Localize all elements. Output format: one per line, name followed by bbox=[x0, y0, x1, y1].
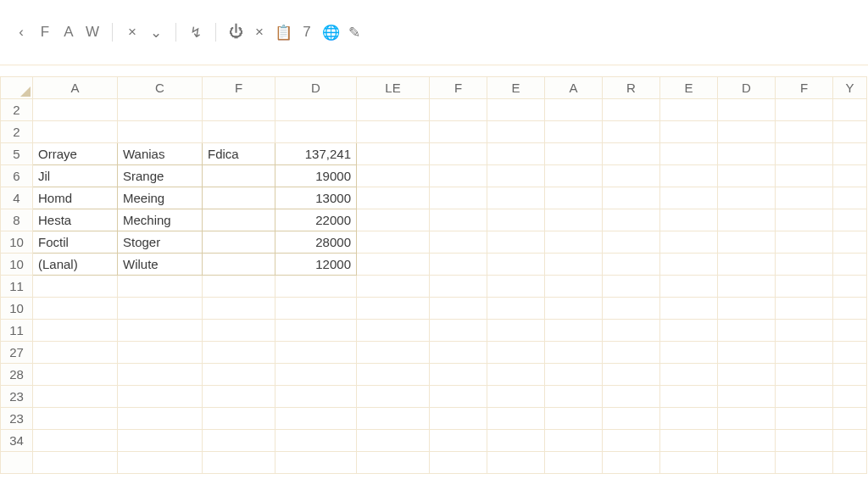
cell[interactable]: Stoger bbox=[118, 231, 203, 254]
cell[interactable] bbox=[603, 298, 660, 320]
cell[interactable] bbox=[430, 121, 487, 143]
cell[interactable] bbox=[203, 99, 275, 121]
cell[interactable] bbox=[545, 276, 603, 298]
cell[interactable] bbox=[660, 430, 718, 452]
row-header[interactable]: 11 bbox=[1, 320, 33, 342]
cell[interactable] bbox=[603, 254, 660, 276]
cell[interactable] bbox=[275, 430, 357, 452]
cell[interactable] bbox=[487, 231, 545, 254]
cell[interactable] bbox=[118, 99, 203, 121]
toolbar-btn-w[interactable]: W bbox=[83, 22, 102, 42]
cell[interactable] bbox=[833, 121, 867, 143]
cell[interactable] bbox=[118, 276, 203, 298]
cell[interactable] bbox=[833, 99, 867, 121]
cell[interactable] bbox=[833, 276, 867, 298]
cell[interactable] bbox=[430, 364, 487, 386]
cell[interactable] bbox=[603, 143, 660, 165]
cell[interactable] bbox=[545, 187, 603, 209]
cell[interactable] bbox=[430, 187, 487, 209]
cell[interactable] bbox=[833, 298, 867, 320]
cell[interactable] bbox=[718, 298, 776, 320]
cell[interactable] bbox=[545, 99, 603, 121]
cell[interactable] bbox=[603, 386, 660, 408]
cell[interactable]: 137,241 bbox=[275, 143, 357, 165]
cell[interactable] bbox=[357, 187, 430, 209]
cell[interactable] bbox=[603, 430, 660, 452]
cell[interactable] bbox=[776, 320, 833, 342]
row-header[interactable]: 27 bbox=[1, 342, 33, 364]
cell[interactable] bbox=[833, 320, 867, 342]
column-header[interactable]: D bbox=[275, 77, 357, 99]
cell[interactable] bbox=[718, 99, 776, 121]
cell[interactable] bbox=[487, 342, 545, 364]
cell[interactable] bbox=[430, 386, 487, 408]
cell[interactable] bbox=[603, 209, 660, 231]
cell[interactable] bbox=[718, 276, 776, 298]
cell[interactable] bbox=[545, 452, 603, 474]
cell[interactable] bbox=[203, 165, 275, 187]
cell[interactable] bbox=[203, 452, 275, 474]
cell[interactable] bbox=[430, 209, 487, 231]
cell[interactable]: Fdica bbox=[203, 143, 275, 165]
cell[interactable] bbox=[833, 209, 867, 231]
cell[interactable] bbox=[487, 187, 545, 209]
cell[interactable] bbox=[203, 276, 275, 298]
cell[interactable] bbox=[33, 298, 118, 320]
cell[interactable] bbox=[487, 143, 545, 165]
cell[interactable] bbox=[603, 276, 660, 298]
cell[interactable] bbox=[545, 121, 603, 143]
column-header[interactable]: D bbox=[718, 77, 776, 99]
cell[interactable] bbox=[203, 254, 275, 276]
cell[interactable] bbox=[660, 187, 718, 209]
cell[interactable] bbox=[203, 430, 275, 452]
cell[interactable] bbox=[118, 320, 203, 342]
cell[interactable] bbox=[430, 99, 487, 121]
column-header[interactable]: A bbox=[545, 77, 603, 99]
column-header[interactable]: F bbox=[430, 77, 487, 99]
cell[interactable] bbox=[430, 254, 487, 276]
cell[interactable] bbox=[487, 165, 545, 187]
cell[interactable] bbox=[776, 165, 833, 187]
cell[interactable] bbox=[487, 320, 545, 342]
cell[interactable] bbox=[487, 121, 545, 143]
cell[interactable] bbox=[430, 298, 487, 320]
cell[interactable] bbox=[660, 408, 718, 430]
cell[interactable] bbox=[776, 99, 833, 121]
cell[interactable] bbox=[275, 408, 357, 430]
cell[interactable] bbox=[357, 209, 430, 231]
cell[interactable] bbox=[487, 298, 545, 320]
cell[interactable] bbox=[118, 342, 203, 364]
cell[interactable]: Homd bbox=[33, 187, 118, 209]
cell[interactable] bbox=[487, 254, 545, 276]
row-header[interactable]: 23 bbox=[1, 408, 33, 430]
row-header[interactable]: 4 bbox=[1, 187, 33, 209]
cell[interactable] bbox=[833, 364, 867, 386]
cell[interactable] bbox=[275, 276, 357, 298]
cell[interactable] bbox=[357, 231, 430, 254]
cell[interactable] bbox=[833, 342, 867, 364]
row-header[interactable]: 10 bbox=[1, 231, 33, 254]
cell[interactable] bbox=[718, 165, 776, 187]
cell[interactable] bbox=[718, 452, 776, 474]
cell[interactable] bbox=[545, 231, 603, 254]
cell[interactable] bbox=[430, 165, 487, 187]
cell[interactable] bbox=[203, 342, 275, 364]
column-header[interactable]: F bbox=[776, 77, 833, 99]
cell[interactable] bbox=[357, 298, 430, 320]
cell[interactable] bbox=[545, 408, 603, 430]
cell[interactable] bbox=[357, 99, 430, 121]
cell[interactable] bbox=[357, 342, 430, 364]
cell[interactable] bbox=[275, 452, 357, 474]
cell[interactable] bbox=[603, 121, 660, 143]
cell[interactable] bbox=[203, 298, 275, 320]
worksheet[interactable]: ACFDLEFEAREDFY 225OrrayeWaniasFdica137,2… bbox=[0, 76, 868, 496]
cell[interactable]: 22000 bbox=[275, 209, 357, 231]
cell[interactable] bbox=[660, 254, 718, 276]
cell[interactable] bbox=[603, 99, 660, 121]
cell[interactable] bbox=[718, 187, 776, 209]
cell[interactable] bbox=[118, 298, 203, 320]
cell[interactable] bbox=[430, 452, 487, 474]
cell[interactable] bbox=[275, 121, 357, 143]
cell[interactable]: 12000 bbox=[275, 254, 357, 276]
cell[interactable] bbox=[833, 386, 867, 408]
